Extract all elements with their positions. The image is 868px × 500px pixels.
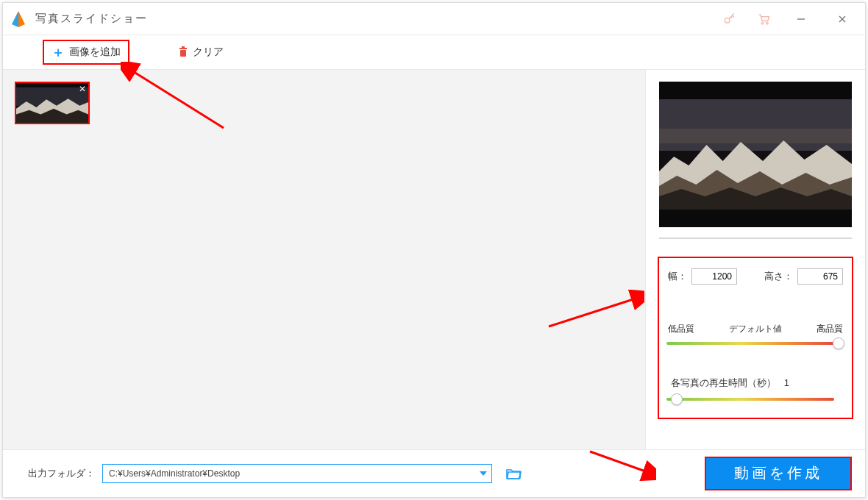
svg-point-2: [766, 22, 768, 24]
quality-default-label: デフォルト値: [729, 323, 782, 335]
duration-label: 各写真の再生時間（秒）: [671, 377, 776, 388]
cart-icon[interactable]: [750, 6, 777, 32]
close-button[interactable]: [825, 6, 859, 32]
trash-icon: [178, 46, 188, 60]
width-input[interactable]: [691, 268, 737, 285]
svg-marker-19: [480, 471, 487, 476]
quality-slider[interactable]: [666, 340, 844, 347]
clear-label: クリア: [193, 46, 224, 59]
image-canvas[interactable]: ✕: [3, 70, 646, 449]
toolbar: ＋ 画像を追加 クリア: [3, 35, 865, 70]
output-folder-combo[interactable]: [102, 464, 492, 483]
svg-rect-8: [182, 46, 185, 48]
width-label: 幅：: [668, 270, 687, 283]
dimension-row: 幅： 高さ：: [666, 268, 844, 285]
title-bar: 写真スライドショー: [3, 3, 865, 35]
slider-bar: [666, 398, 834, 401]
duration-slider-thumb[interactable]: [671, 393, 683, 405]
separator: [659, 238, 852, 239]
create-video-label: 動画を作成: [734, 463, 822, 483]
chevron-down-icon[interactable]: [475, 465, 491, 482]
settings-sidebar: 幅： 高さ： 低品質 デフォルト値 高品質: [646, 70, 865, 449]
output-folder-label: 出力フォルダ：: [28, 467, 95, 480]
plus-icon: ＋: [51, 46, 65, 59]
height-label: 高さ：: [764, 270, 793, 283]
key-icon[interactable]: [716, 6, 743, 32]
footer: 出力フォルダ： 動画を作成: [3, 449, 865, 496]
image-thumbnail[interactable]: ✕: [15, 82, 90, 124]
quality-labels: 低品質 デフォルト値 高品質: [666, 323, 844, 335]
main-area: ✕ 幅：: [3, 70, 865, 449]
height-input[interactable]: [797, 268, 843, 285]
preview-pane: [659, 82, 852, 227]
thumbnail-close-icon[interactable]: ✕: [77, 83, 88, 95]
svg-point-0: [725, 18, 730, 23]
svg-rect-6: [179, 48, 187, 49]
quality-slider-thumb[interactable]: [833, 338, 844, 349]
duration-value: 1: [784, 377, 789, 388]
app-logo-icon: [9, 10, 28, 29]
duration-slider[interactable]: [666, 396, 844, 403]
output-folder-input[interactable]: [103, 468, 475, 479]
svg-rect-15: [659, 129, 852, 143]
settings-panel: 幅： 高さ： 低品質 デフォルト値 高品質: [658, 257, 853, 419]
titlebar-actions: [716, 6, 859, 32]
add-image-button[interactable]: ＋ 画像を追加: [43, 40, 129, 65]
quality-high-label: 高品質: [817, 323, 843, 335]
svg-rect-7: [180, 50, 186, 57]
minimize-button[interactable]: [784, 6, 818, 32]
slider-bar: [666, 342, 834, 345]
folder-open-icon[interactable]: [504, 464, 523, 483]
svg-point-1: [761, 22, 763, 24]
preview-image: [659, 99, 852, 210]
app-window: 写真スライドショー ＋ 画像を追加: [2, 2, 866, 498]
app-title: 写真スライドショー: [35, 12, 716, 26]
clear-button[interactable]: クリア: [171, 41, 231, 64]
create-video-button[interactable]: 動画を作成: [705, 457, 852, 490]
svg-marker-12: [16, 109, 88, 123]
add-image-label: 画像を追加: [69, 46, 121, 59]
quality-low-label: 低品質: [668, 323, 694, 335]
duration-row: 各写真の再生時間（秒） 1: [666, 376, 844, 390]
